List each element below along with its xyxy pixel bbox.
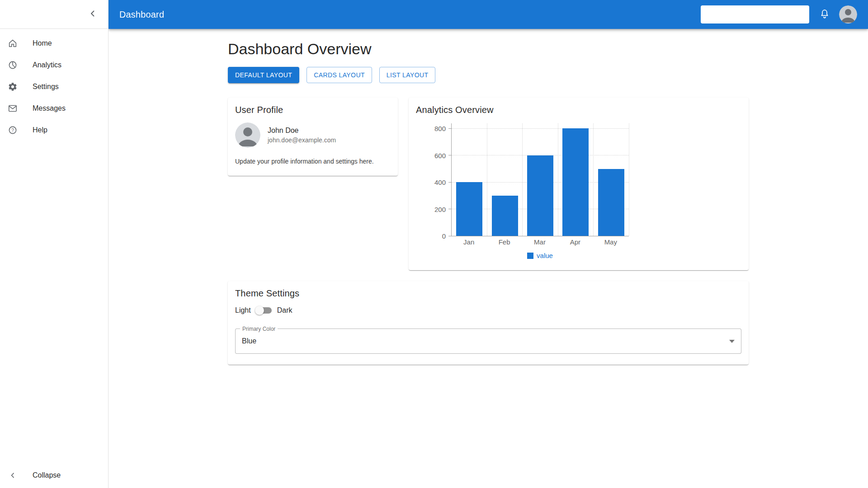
legend-swatch [527,253,533,259]
bar-chart: 0200400600800 JanFebMarAprMay value [429,123,629,259]
layout-button-group: DEFAULT LAYOUT CARDS LAYOUT LIST LAYOUT [228,67,749,84]
light-label: Light [235,306,251,314]
bar-mar [527,155,553,236]
gear-icon [7,81,18,92]
sidebar-item-messages[interactable]: Messages [0,98,108,119]
y-axis-tick-label: 800 [434,125,446,132]
default-layout-button[interactable]: DEFAULT LAYOUT [228,67,299,84]
bell-icon [819,9,830,21]
theme-settings-card: Theme Settings Light Dark Primary Color … [228,281,749,365]
profile-description: Update your profile information and sett… [235,158,391,165]
sidebar-item-settings[interactable]: Settings [0,76,108,98]
app-bar: Dashboard [108,0,868,29]
chart-y-axis: 0200400600800 [429,123,451,236]
profile-email: john.doe@example.com [268,136,336,144]
select-floating-label: Primary Color [240,325,278,333]
bar-feb [492,196,518,236]
sidebar-item-label: Settings [33,83,59,91]
home-icon [7,38,18,49]
y-axis-tick-label: 0 [442,232,446,240]
mail-icon [7,103,18,114]
sidebar-footer-collapse[interactable]: Collapse [0,465,108,486]
list-layout-button[interactable]: LIST LAYOUT [379,67,436,84]
notifications-button[interactable] [815,5,835,24]
dropdown-caret-icon [729,340,735,343]
profile-card-title: User Profile [235,105,391,115]
bar-apr [562,128,589,236]
x-axis-tick-label: Feb [499,238,510,246]
analytics-overview-card: Analytics Overview 0200400600800 JanFebM… [409,98,749,270]
sidebar-collapse-button[interactable] [84,5,102,23]
bar-jan [456,182,482,236]
primary-color-select[interactable]: Primary Color Blue [235,328,741,354]
svg-text:?: ? [11,128,14,133]
x-axis-tick-label: Jan [463,238,474,246]
theme-toggle-switch[interactable] [256,306,272,315]
collapse-label: Collapse [33,471,61,479]
bar-may [598,169,624,236]
select-value: Blue [242,337,256,345]
x-axis-tick-label: Mar [534,238,546,246]
sidebar-nav: Home Analytics Settings Messages ? Help [0,29,108,141]
x-axis-tick-label: Apr [570,238,580,246]
app-bar-title: Dashboard [119,9,164,20]
main-content: Dashboard Overview DEFAULT LAYOUT CARDS … [108,29,868,488]
chart-x-axis: JanFebMarAprMay [451,238,629,248]
sidebar-item-label: Messages [33,104,66,113]
sidebar-item-home[interactable]: Home [0,33,108,54]
chart-legend: value [451,252,629,259]
sidebar-header [0,0,108,29]
dark-label: Dark [277,306,292,314]
sidebar-item-analytics[interactable]: Analytics [0,54,108,76]
cards-layout-button[interactable]: CARDS LAYOUT [307,67,372,84]
x-axis-tick-label: May [604,238,617,246]
profile-name: John Doe [268,127,336,135]
profile-avatar [235,122,260,148]
sidebar: Home Analytics Settings Messages ? Help [0,0,108,488]
sidebar-item-label: Home [33,39,52,47]
sidebar-item-help[interactable]: ? Help [0,119,108,141]
help-circle-icon: ? [7,125,18,136]
analytics-card-title: Analytics Overview [416,105,741,115]
chevron-left-icon [7,470,18,481]
sidebar-item-label: Analytics [33,61,61,69]
user-profile-card: User Profile John Doe john.doe@example.c… [228,98,398,176]
y-axis-tick-label: 600 [434,151,446,159]
search-input[interactable] [701,5,809,23]
y-axis-tick-label: 200 [434,205,446,213]
switch-thumb [255,306,264,315]
theme-card-title: Theme Settings [235,288,741,299]
legend-label: value [537,252,553,259]
pie-chart-icon [7,60,18,70]
chevron-left-icon [87,8,98,20]
user-avatar[interactable] [839,5,857,23]
sidebar-item-label: Help [33,126,47,134]
chart-plot-area [451,123,629,236]
page-title: Dashboard Overview [228,40,749,59]
y-axis-tick-label: 400 [434,178,446,186]
